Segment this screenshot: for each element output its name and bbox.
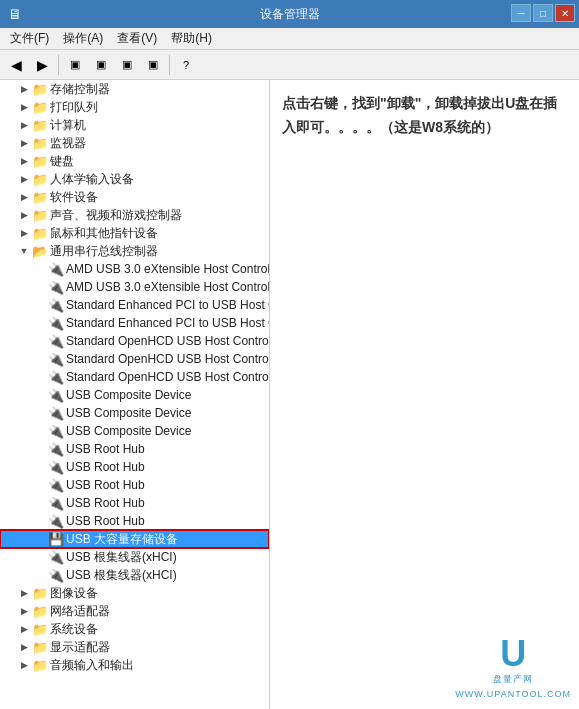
expand-icon[interactable]: ▶ (16, 117, 32, 133)
tree-item-network[interactable]: ▶📁网络适配器 (0, 602, 269, 620)
tree-item-usb-controllers[interactable]: ▼📂通用串行总线控制器 (0, 242, 269, 260)
menu-item-a[interactable]: 操作(A) (57, 28, 109, 49)
tree-item-monitor[interactable]: ▶📁监视器 (0, 134, 269, 152)
tree-item-std-open1[interactable]: 🔌Standard OpenHCD USB Host Controller (0, 332, 269, 350)
expand-icon[interactable]: ▶ (16, 153, 32, 169)
expand-icon[interactable] (32, 459, 48, 475)
expand-icon[interactable] (32, 477, 48, 493)
tree-item-amd-usb2[interactable]: 🔌AMD USB 3.0 eXtensible Host Controller … (0, 278, 269, 296)
tree-item-usb-root2[interactable]: 🔌USB Root Hub (0, 458, 269, 476)
expand-icon[interactable] (32, 567, 48, 583)
tree-item-usb-root3[interactable]: 🔌USB Root Hub (0, 476, 269, 494)
folder-icon: 📁 (32, 81, 48, 97)
uninstall-button[interactable]: ▣ (115, 53, 139, 77)
folder-icon: 📁 (32, 225, 48, 241)
expand-icon[interactable] (32, 531, 48, 547)
expand-icon[interactable]: ▶ (16, 99, 32, 115)
expand-icon[interactable]: ▶ (16, 171, 32, 187)
tree-item-hid[interactable]: ▶📁人体学输入设备 (0, 170, 269, 188)
tree-panel[interactable]: ▶📁存储控制器▶📁打印队列▶📁计算机▶📁监视器▶📁键盘▶📁人体学输入设备▶📁软件… (0, 80, 270, 709)
tree-item-usb-comp2[interactable]: 🔌USB Composite Device (0, 404, 269, 422)
tree-item-usb-hub-xhci2[interactable]: 🔌USB 根集线器(xHCI) (0, 566, 269, 584)
expand-icon[interactable] (32, 351, 48, 367)
tree-item-display[interactable]: ▶📁显示适配器 (0, 638, 269, 656)
expand-icon[interactable]: ▶ (16, 657, 32, 673)
tree-item-std-pci2[interactable]: 🔌Standard Enhanced PCI to USB Host Contr… (0, 314, 269, 332)
tree-item-mouse[interactable]: ▶📁鼠标和其他指针设备 (0, 224, 269, 242)
tree-item-storage[interactable]: ▶📁存储控制器 (0, 80, 269, 98)
tree-item-usb-hub-xhci1[interactable]: 🔌USB 根集线器(xHCI) (0, 548, 269, 566)
device-icon: 🔌 (48, 495, 64, 511)
tree-item-label: 监视器 (50, 135, 86, 152)
expand-icon[interactable] (32, 261, 48, 277)
expand-icon[interactable]: ▶ (16, 81, 32, 97)
folder-open-icon: 📂 (32, 243, 48, 259)
tree-item-keyboard[interactable]: ▶📁键盘 (0, 152, 269, 170)
tree-item-print[interactable]: ▶📁打印队列 (0, 98, 269, 116)
tree-item-usb-root5[interactable]: 🔌USB Root Hub (0, 512, 269, 530)
tree-item-usb-comp1[interactable]: 🔌USB Composite Device (0, 386, 269, 404)
menu-item-v[interactable]: 查看(V) (111, 28, 163, 49)
tree-item-std-pci1[interactable]: 🔌Standard Enhanced PCI to USB Host Contr… (0, 296, 269, 314)
tree-item-system[interactable]: ▶📁系统设备 (0, 620, 269, 638)
expand-icon[interactable] (32, 495, 48, 511)
tree-item-std-open2[interactable]: 🔌Standard OpenHCD USB Host Controller (0, 350, 269, 368)
help-button[interactable]: ? (174, 53, 198, 77)
device-icon: 🔌 (48, 261, 64, 277)
maximize-button[interactable]: □ (533, 4, 553, 22)
update-driver-button[interactable]: ▣ (89, 53, 113, 77)
properties-button[interactable]: ▣ (63, 53, 87, 77)
tree-item-usb-root1[interactable]: 🔌USB Root Hub (0, 440, 269, 458)
back-button[interactable]: ◀ (4, 53, 28, 77)
minimize-button[interactable]: ─ (511, 4, 531, 22)
expand-icon[interactable]: ▶ (16, 189, 32, 205)
folder-icon: 📁 (32, 99, 48, 115)
expand-icon[interactable]: ▶ (16, 585, 32, 601)
expand-icon[interactable] (32, 549, 48, 565)
device-icon: 🔌 (48, 351, 64, 367)
expand-icon[interactable] (32, 513, 48, 529)
expand-icon[interactable]: ▶ (16, 603, 32, 619)
tree-item-std-open3[interactable]: 🔌Standard OpenHCD USB Host Controller (0, 368, 269, 386)
expand-icon[interactable] (32, 297, 48, 313)
menu-item-h[interactable]: 帮助(H) (165, 28, 218, 49)
device-icon: 🔌 (48, 333, 64, 349)
expand-icon[interactable] (32, 369, 48, 385)
folder-icon: 📁 (32, 117, 48, 133)
watermark-letter: U (455, 636, 571, 672)
expand-icon[interactable] (32, 315, 48, 331)
expand-icon[interactable]: ▼ (16, 243, 32, 259)
tree-item-label: 软件设备 (50, 189, 98, 206)
expand-icon[interactable] (32, 279, 48, 295)
menu-item-f[interactable]: 文件(F) (4, 28, 55, 49)
tree-item-computer[interactable]: ▶📁计算机 (0, 116, 269, 134)
tree-item-label: 通用串行总线控制器 (50, 243, 158, 260)
folder-icon: 📁 (32, 153, 48, 169)
expand-icon[interactable]: ▶ (16, 225, 32, 241)
tree-item-amd-usb1[interactable]: 🔌AMD USB 3.0 eXtensible Host Controller … (0, 260, 269, 278)
tree-item-image[interactable]: ▶📁图像设备 (0, 584, 269, 602)
close-button[interactable]: ✕ (555, 4, 575, 22)
info-panel: 点击右键，找到"卸载"，卸载掉拔出U盘在插入即可。。。。（这是W8系统的） U … (270, 80, 579, 709)
forward-button[interactable]: ▶ (30, 53, 54, 77)
expand-icon[interactable] (32, 333, 48, 349)
usb-icon: 💾 (48, 531, 64, 547)
expand-icon[interactable] (32, 387, 48, 403)
tree-item-usb-comp3[interactable]: 🔌USB Composite Device (0, 422, 269, 440)
tree-item-label: USB Composite Device (66, 406, 191, 420)
expand-icon[interactable]: ▶ (16, 639, 32, 655)
scan-changes-button[interactable]: ▣ (141, 53, 165, 77)
expand-icon[interactable]: ▶ (16, 207, 32, 223)
tree-item-sound-io[interactable]: ▶📁音频输入和输出 (0, 656, 269, 674)
tree-item-usb-mass[interactable]: 💾USB 大容量存储设备 (0, 530, 269, 548)
tree-item-usb-root4[interactable]: 🔌USB Root Hub (0, 494, 269, 512)
tree-item-label: 图像设备 (50, 585, 98, 602)
device-icon: 🔌 (48, 459, 64, 475)
expand-icon[interactable]: ▶ (16, 621, 32, 637)
tree-item-software[interactable]: ▶📁软件设备 (0, 188, 269, 206)
expand-icon[interactable]: ▶ (16, 135, 32, 151)
expand-icon[interactable] (32, 405, 48, 421)
expand-icon[interactable] (32, 423, 48, 439)
tree-item-audio[interactable]: ▶📁声音、视频和游戏控制器 (0, 206, 269, 224)
expand-icon[interactable] (32, 441, 48, 457)
